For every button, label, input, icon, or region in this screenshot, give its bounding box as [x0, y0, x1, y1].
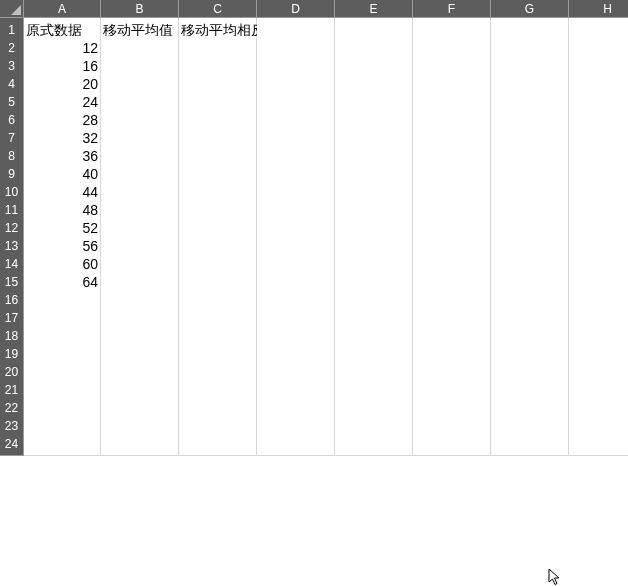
cell-D24[interactable] — [257, 432, 335, 456]
cell-G24[interactable] — [491, 432, 569, 456]
cell-C24[interactable] — [179, 432, 257, 456]
col-header-B[interactable]: B — [101, 0, 179, 18]
col-header-C[interactable]: C — [179, 0, 257, 18]
select-all-corner[interactable] — [0, 0, 24, 18]
mouse-cursor-icon — [548, 568, 562, 586]
col-header-H[interactable]: H — [569, 0, 628, 18]
cell-A24[interactable] — [24, 432, 101, 456]
col-header-F[interactable]: F — [413, 0, 491, 18]
col-header-G[interactable]: G — [491, 0, 569, 18]
cell-H24[interactable] — [569, 432, 628, 456]
cell-F24[interactable] — [413, 432, 491, 456]
cell-B24[interactable] — [101, 432, 179, 456]
col-header-D[interactable]: D — [257, 0, 335, 18]
spreadsheet-grid: A B C D E F G H 1原式数据移动平均值移动平均相反数2123164… — [0, 0, 628, 450]
col-header-E[interactable]: E — [335, 0, 413, 18]
col-header-A[interactable]: A — [24, 0, 101, 18]
cell-E24[interactable] — [335, 432, 413, 456]
row-header-24[interactable]: 24 — [0, 432, 24, 456]
